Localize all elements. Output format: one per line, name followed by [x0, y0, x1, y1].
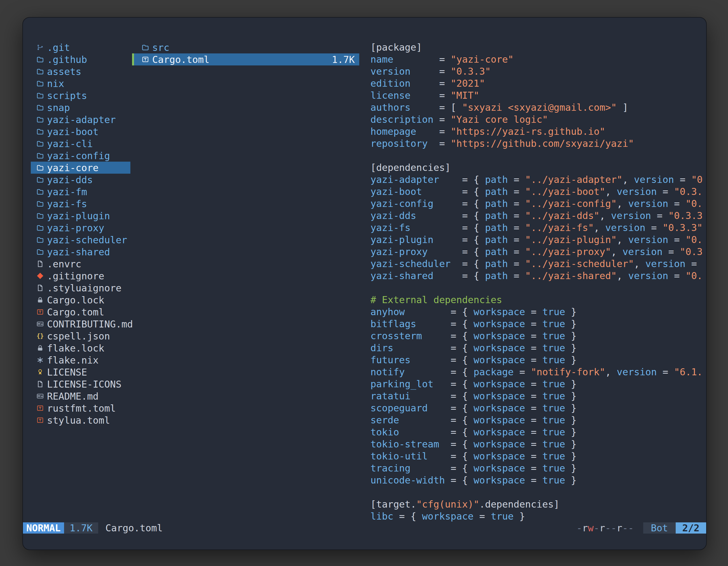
- preview-line: edition = "2021": [370, 78, 702, 90]
- file-row[interactable]: Cargo.toml1.7K: [132, 53, 359, 65]
- file-name: assets: [47, 66, 81, 77]
- file-name: yazi-adapter: [47, 114, 116, 125]
- file-name: yazi-fm: [47, 186, 87, 198]
- folder-icon: [36, 176, 44, 184]
- preview-line: crossterm = { workspace = true }: [370, 330, 702, 342]
- markdown-icon: [36, 392, 44, 400]
- folder-icon: [36, 104, 44, 111]
- preview-line: [370, 150, 702, 162]
- preview-line: [target."cfg(unix)".dependencies]: [370, 498, 702, 510]
- file-icon: [36, 380, 44, 388]
- file-row[interactable]: yazi-dds: [31, 174, 130, 186]
- preview-line: yazi-shared = { path = "../yazi-shared",…: [370, 270, 702, 282]
- file-name: Cargo.toml: [47, 306, 104, 318]
- file-row[interactable]: .github: [31, 53, 130, 65]
- file-name: yazi-proxy: [47, 222, 104, 234]
- file-name: yazi-config: [47, 150, 110, 161]
- preview-line: notify = { package = "notify-fork", vers…: [370, 366, 702, 378]
- file-row[interactable]: yazi-config: [31, 150, 130, 162]
- file-row[interactable]: CONTRIBUTING.md: [31, 318, 130, 330]
- file-name: yazi-scheduler: [47, 234, 127, 246]
- preview-line: license = "MIT": [370, 90, 702, 102]
- folder-icon: [36, 248, 44, 256]
- file-icon: [36, 284, 44, 292]
- file-row[interactable]: LICENSE: [31, 366, 130, 378]
- file-row[interactable]: scripts: [31, 90, 130, 102]
- desktop-background: .git.githubassetsnixscriptssnapyazi-adap…: [0, 0, 728, 566]
- preview-line: repository = "https://github.com/sxyazi/…: [370, 138, 702, 150]
- preview-line: [dependencies]: [370, 162, 702, 174]
- file-row[interactable]: cspell.json: [31, 330, 130, 342]
- folder-icon: [36, 152, 44, 159]
- nix-icon: [36, 356, 44, 364]
- file-name: CONTRIBUTING.md: [47, 318, 133, 330]
- file-row[interactable]: flake.nix: [31, 354, 130, 366]
- file-row[interactable]: yazi-fs: [31, 198, 130, 210]
- file-row[interactable]: yazi-proxy: [31, 222, 130, 234]
- preview-line: bitflags = { workspace = true }: [370, 318, 702, 330]
- file-row[interactable]: .gitignore: [31, 270, 130, 282]
- file-row[interactable]: .envrc: [31, 258, 130, 270]
- toml-icon: [36, 404, 44, 412]
- file-name: snap: [47, 102, 70, 113]
- file-row[interactable]: .git: [31, 41, 130, 53]
- folder-icon: [36, 212, 44, 220]
- preview-line: version = "0.3.3": [370, 65, 702, 78]
- file-row[interactable]: stylua.toml: [31, 414, 130, 426]
- preview-line: yazi-proxy = { path = "../yazi-proxy", v…: [370, 246, 702, 258]
- folder-icon: [36, 80, 44, 87]
- file-name: .gitignore: [47, 271, 104, 282]
- status-file-size: 1.7K: [64, 522, 98, 534]
- preview-line: ratatui = { workspace = true }: [370, 390, 702, 402]
- file-row[interactable]: snap: [31, 102, 130, 114]
- file-row[interactable]: yazi-plugin: [31, 210, 130, 222]
- file-row[interactable]: Cargo.toml: [31, 306, 130, 318]
- hover-marker: [132, 53, 134, 65]
- file-row[interactable]: yazi-core: [31, 162, 130, 174]
- scroll-position-badge: Bot: [643, 522, 675, 534]
- file-row[interactable]: yazi-scheduler: [31, 234, 130, 246]
- folder-icon: [36, 92, 44, 99]
- preview-line: unicode-width = { workspace = true }: [370, 474, 702, 486]
- preview-line: futures = { workspace = true }: [370, 354, 702, 366]
- file-name: .styluaignore: [47, 283, 121, 293]
- file-name: stylua.toml: [47, 415, 110, 426]
- status-spacer: [163, 522, 576, 534]
- preview-line: yazi-scheduler = { path = "../yazi-sched…: [370, 258, 702, 270]
- file-row[interactable]: src: [132, 41, 359, 53]
- file-name: nix: [47, 78, 64, 89]
- file-row[interactable]: nix: [31, 78, 130, 90]
- file-row[interactable]: flake.lock: [31, 342, 130, 354]
- preview-line: # External dependencies: [370, 294, 702, 306]
- json-icon: [36, 332, 44, 340]
- preview-line: scopeguard = { workspace = true }: [370, 402, 702, 414]
- file-preview-pane: [package]name = "yazi-core"version = "0.…: [370, 41, 702, 522]
- file-row[interactable]: Cargo.lock: [31, 294, 130, 306]
- folder-icon: [36, 164, 44, 172]
- folder-icon: [36, 188, 44, 196]
- file-row[interactable]: assets: [31, 65, 130, 78]
- file-row[interactable]: yazi-fm: [31, 186, 130, 198]
- preview-line: tokio-util = { workspace = true }: [370, 450, 702, 462]
- file-row[interactable]: LICENSE-ICONS: [31, 378, 130, 390]
- file-row[interactable]: yazi-adapter: [31, 114, 130, 126]
- folder-icon: [36, 128, 44, 135]
- preview-line: anyhow = { workspace = true }: [370, 306, 702, 318]
- file-row[interactable]: yazi-shared: [31, 246, 130, 258]
- file-row[interactable]: yazi-cli: [31, 138, 130, 150]
- current-directory-pane: srcCargo.toml1.7K: [132, 41, 359, 65]
- folder-icon: [36, 224, 44, 232]
- gitignore-icon: [36, 272, 44, 280]
- file-name: yazi-cli: [47, 138, 93, 149]
- file-row[interactable]: yazi-boot: [31, 126, 130, 138]
- toml-icon: [142, 56, 149, 63]
- file-name: yazi-shared: [47, 247, 110, 258]
- file-row[interactable]: rustfmt.toml: [31, 402, 130, 414]
- preview-line: tracing = { workspace = true }: [370, 462, 702, 474]
- preview-line: yazi-plugin = { path = "../yazi-plugin",…: [370, 234, 702, 246]
- file-row[interactable]: .styluaignore: [31, 282, 130, 294]
- preview-line: parking_lot = { workspace = true }: [370, 378, 702, 390]
- preview-line: authors = [ "sxyazi <sxyazi@gmail.com>" …: [370, 102, 702, 114]
- preview-line: [package]: [370, 41, 702, 53]
- file-row[interactable]: README.md: [31, 390, 130, 402]
